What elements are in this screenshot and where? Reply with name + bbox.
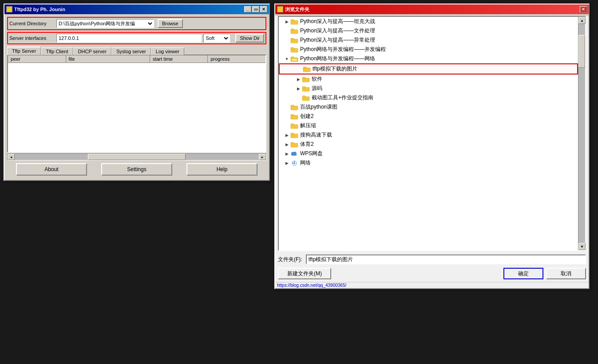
expand-icon: [283, 113, 290, 120]
tree-item[interactable]: ▶ 软件: [279, 74, 578, 84]
folder-name-row: 文件夹(F):: [275, 253, 589, 266]
tab-syslog-server[interactable]: Syslog server: [111, 47, 151, 55]
tftp-minimize-btn[interactable]: _: [244, 6, 251, 12]
tree-item[interactable]: ▶ 源码: [279, 84, 578, 93]
folder-name-input[interactable]: [306, 254, 586, 264]
browser-window: 浏览文件夹 ✕ ▶ Python深入与提高——坦克大战: [274, 4, 590, 289]
ok-button[interactable]: 确定: [503, 268, 543, 279]
expand-icon: [283, 104, 290, 111]
tree-item-label: 解压缩: [300, 122, 316, 129]
settings-button[interactable]: Settings: [101, 163, 172, 176]
tree-item[interactable]: Python深入与提高——异常处理: [279, 35, 578, 45]
svg-rect-7: [291, 29, 294, 31]
scroll-track[interactable]: [15, 154, 259, 160]
tree-item-label: Python深入与提高——异常处理: [300, 36, 375, 44]
scroll-up-btn[interactable]: ▲: [578, 17, 586, 24]
v-scrollbar[interactable]: ▲ ▼: [578, 17, 585, 250]
tab-log-viewer[interactable]: Log viewer: [151, 47, 184, 55]
browser-close-btn[interactable]: ✕: [580, 6, 587, 12]
browse-button[interactable]: Browse: [158, 19, 183, 28]
tree-item[interactable]: 创建2: [279, 112, 578, 121]
tree-item[interactable]: ▶ 网络: [279, 158, 578, 168]
tftp-window: Tftpd32 by Ph. Jounin _ ▭ ✕ Current Dire…: [4, 4, 270, 181]
expand-icon: ▶: [295, 85, 302, 92]
svg-rect-28: [291, 124, 294, 125]
about-button[interactable]: About: [16, 163, 87, 176]
expand-icon: ▶: [283, 18, 290, 25]
tftp-app-icon: [6, 6, 12, 12]
current-dir-label: Current Directory: [9, 21, 54, 26]
tree-item-label: 软件: [312, 75, 322, 83]
expand-icon: [283, 46, 290, 53]
browser-window-controls[interactable]: ✕: [580, 6, 587, 12]
expand-icon: [296, 66, 303, 73]
network-icon: [290, 160, 298, 166]
new-folder-button[interactable]: 新建文件夹(M): [278, 268, 331, 279]
tree-item-highlighted[interactable]: tftp模拟下载的图片: [279, 63, 578, 74]
tftp-title-bar[interactable]: Tftpd32 by Ph. Jounin _ ▭ ✕: [4, 4, 269, 14]
h-scrollbar[interactable]: ◄ ►: [7, 153, 266, 160]
tree-item[interactable]: ▶ Python深入与提高——坦克大战: [279, 17, 578, 26]
wps-cloud-icon: [290, 151, 298, 157]
table-body: [8, 63, 265, 152]
tree-item[interactable]: ▼ Python网络与并发编程——网络: [279, 54, 578, 63]
scroll-right-btn[interactable]: ►: [259, 154, 266, 160]
cancel-button[interactable]: 取消: [546, 268, 586, 279]
folder-icon: [290, 123, 298, 129]
col-file: file: [66, 55, 150, 63]
folder-icon: [290, 104, 298, 110]
expand-icon: ▶: [283, 132, 290, 139]
scroll-down-btn[interactable]: ▼: [578, 243, 586, 250]
browser-title-bar[interactable]: 浏览文件夹 ✕: [275, 4, 589, 14]
tftp-restore-btn[interactable]: ▭: [252, 6, 259, 12]
tree-item[interactable]: Python网络与并发编程——并发编程: [279, 45, 578, 54]
svg-rect-11: [291, 47, 294, 49]
server-mode-dropdown[interactable]: Soft: [203, 34, 230, 43]
folder-icon: [290, 141, 298, 148]
browser-app-icon: [277, 6, 283, 12]
tree-item-label: 百战python课图: [300, 103, 337, 111]
scroll-thumb[interactable]: [88, 154, 186, 160]
svg-rect-24: [291, 105, 294, 107]
tree-item-label: 网络: [300, 159, 311, 167]
tree-item-label: Python深入与提高——坦克大战: [300, 18, 375, 25]
tab-tftp-server[interactable]: Tftp Server: [7, 47, 41, 55]
svg-rect-5: [291, 20, 294, 21]
help-button[interactable]: Help: [186, 163, 257, 176]
tree-item[interactable]: ▶ 体育2: [279, 140, 578, 149]
tree-item-label: 体育2: [300, 141, 314, 148]
status-bar: https://blog.csdn.net/qq_43900365/: [275, 282, 589, 288]
tftp-body: Current Directory D:\百战python\Python网络与并…: [4, 14, 269, 180]
tree-item[interactable]: 截动图工具+作业提交指南: [279, 93, 578, 102]
expand-icon: [283, 122, 290, 129]
scroll-thumb[interactable]: [578, 35, 585, 68]
tree-item-label: tftp模拟下载的图片: [313, 65, 357, 73]
svg-rect-22: [302, 96, 305, 98]
folder-tree[interactable]: ▶ Python深入与提高——坦克大战: [279, 17, 578, 250]
expand-icon: ▶: [283, 160, 290, 167]
folder-icon: [290, 37, 298, 43]
tree-item[interactable]: 解压缩: [279, 121, 578, 130]
browser-body: ▶ Python深入与提高——坦克大战: [275, 16, 589, 288]
tftp-window-controls[interactable]: _ ▭ ✕: [244, 6, 267, 12]
show-dir-button[interactable]: Show Dir: [235, 34, 264, 43]
tree-item[interactable]: ▶ 搜狗高速下载: [279, 130, 578, 140]
tree-item-label: Python深入与提高——文件处理: [300, 27, 375, 35]
tab-tftp-client[interactable]: Tftp Client: [41, 47, 73, 55]
current-dir-dropdown[interactable]: D:\百战python\Python网络与并发编: [56, 19, 154, 28]
tftp-close-btn[interactable]: ✕: [260, 6, 267, 12]
scroll-left-btn[interactable]: ◄: [8, 154, 15, 160]
expand-icon: ▶: [283, 150, 290, 157]
tree-item-label: 截动图工具+作业提交指南: [312, 94, 373, 102]
tree-item[interactable]: Python深入与提高——文件处理: [279, 26, 578, 35]
expand-icon: [295, 94, 302, 102]
tab-dhcp-server[interactable]: DHCP server: [73, 47, 112, 55]
scroll-track[interactable]: [578, 24, 585, 243]
server-ip-input[interactable]: [56, 34, 202, 43]
svg-rect-16: [303, 67, 306, 69]
svg-rect-32: [291, 142, 294, 144]
folder-label: 文件夹(F):: [278, 256, 302, 263]
browser-bottom-buttons: 新建文件夹(M) 确定 取消: [275, 266, 589, 282]
tree-item[interactable]: 百战python课图: [279, 102, 578, 112]
tree-item[interactable]: ▶ WPS网盘: [279, 149, 578, 158]
